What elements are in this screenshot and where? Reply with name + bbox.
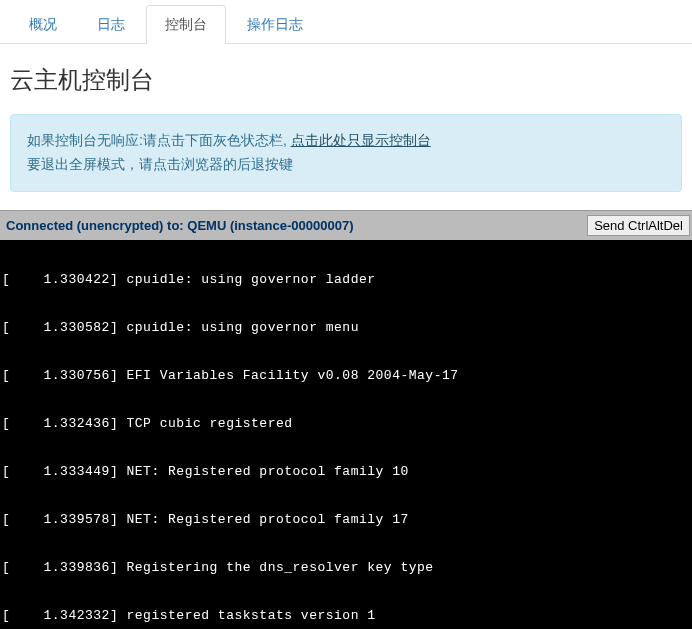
terminal-line: [ 1.332436] TCP cubic registered — [0, 416, 692, 432]
show-only-console-link[interactable]: 点击此处只显示控制台 — [291, 132, 431, 148]
alert-text-2: 要退出全屏模式，请点击浏览器的后退按键 — [27, 156, 293, 172]
terminal-line: [ 1.339836] Registering the dns_resolver… — [0, 560, 692, 576]
terminal-line: [ 1.333449] NET: Registered protocol fam… — [0, 464, 692, 480]
terminal-line: [ 1.342332] registered taskstats version… — [0, 608, 692, 624]
vnc-status-bar[interactable]: Connected (unencrypted) to: QEMU (instan… — [0, 210, 692, 240]
alert-text-1: 如果控制台无响应:请点击下面灰色状态栏, — [27, 132, 291, 148]
page-title: 云主机控制台 — [10, 64, 682, 96]
vnc-status-text: Connected (unencrypted) to: QEMU (instan… — [6, 218, 587, 233]
info-alert: 如果控制台无响应:请点击下面灰色状态栏, 点击此处只显示控制台 要退出全屏模式，… — [10, 114, 682, 192]
tab-action-log[interactable]: 操作日志 — [228, 5, 322, 44]
tab-console[interactable]: 控制台 — [146, 5, 226, 44]
terminal-line: [ 1.330422] cpuidle: using governor ladd… — [0, 272, 692, 288]
terminal-line: [ 1.330582] cpuidle: using governor menu — [0, 320, 692, 336]
tab-bar: 概况 日志 控制台 操作日志 — [0, 0, 692, 44]
send-ctrl-alt-del-button[interactable]: Send CtrlAltDel — [587, 215, 690, 236]
tab-overview[interactable]: 概况 — [10, 5, 76, 44]
vnc-terminal[interactable]: [ 1.330422] cpuidle: using governor ladd… — [0, 240, 692, 629]
tab-logs[interactable]: 日志 — [78, 5, 144, 44]
terminal-line: [ 1.330756] EFI Variables Facility v0.08… — [0, 368, 692, 384]
terminal-line: [ 1.339578] NET: Registered protocol fam… — [0, 512, 692, 528]
